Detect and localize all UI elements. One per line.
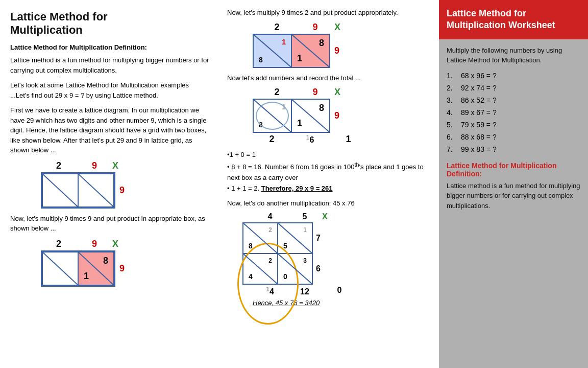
big-lattice: 4 5 X 2 8 1 (242, 212, 431, 306)
problem-list: 1. 68 x 96 = ? 2. 92 x 74 = ? 3. 86 x 52… (447, 72, 580, 153)
mid-lattice1: 2 9 X 1 8 8 1 9 (253, 22, 431, 68)
mid2-cell2-bot: 1 (297, 118, 302, 129)
bullet2: • 8 + 8 = 16. Number 6 from 16 goes in 1… (227, 160, 431, 183)
mid1-cell2-top: 8 (319, 38, 324, 49)
hence-text: Hence, 45 x 76 = 3420 (253, 299, 320, 307)
big-bot-row: 14 12 0 (253, 286, 431, 296)
grid1-right-label: 9 (119, 185, 125, 196)
bullet-list: •1 + 0 = 1 • 8 + 8 = 16. Number 6 from 1… (227, 150, 431, 194)
para2: Let's look at some Lattice Method for Mu… (10, 80, 209, 100)
mid2-cell1-bot: 8 (259, 121, 263, 129)
bg-r1c2-top: 1 (303, 226, 307, 234)
right-panel: Lattice Method for Multiplication Worksh… (439, 0, 588, 368)
problem-3: 3. 86 x 52 = ? (447, 96, 580, 104)
mid1-right: 9 (334, 45, 339, 56)
big-n1: 4 (253, 212, 287, 221)
mid-caption3: Now, let's do another multiplication: 45… (227, 198, 431, 209)
big-x: X (322, 212, 328, 221)
big-rl2: 6 (316, 254, 321, 284)
problem-4: 4. 89 x 67 = ? (447, 108, 580, 117)
right-def-header: Lattice Method for Multiplication Defini… (447, 162, 580, 178)
cell-1-bot: 1 (84, 271, 89, 282)
mid1-n1: 2 (258, 22, 296, 33)
bg-r2c1-top: 2 (268, 257, 272, 264)
big-bot1: 14 (253, 286, 287, 296)
mid-lattice2: 2 9 X 1 8 8 1 (253, 87, 431, 145)
svg-line-1 (79, 174, 113, 206)
mid2-cell1-top: 1 (282, 103, 286, 111)
big-n2: 5 (287, 212, 322, 221)
prob6-text: 88 x 68 = ? (461, 133, 497, 141)
mid-caption2: Now let's add numbers and record the tot… (227, 73, 431, 83)
bg-r1c1-top: 2 (268, 226, 272, 234)
problem-6: 6. 88 x 68 = ? (447, 133, 580, 141)
bg-r2c2-bot: 0 (283, 272, 287, 281)
mid2-n2: 9 (296, 87, 334, 98)
prob4-text: 89 x 67 = ? (461, 108, 497, 117)
big-bot3: 0 (322, 286, 357, 296)
bg-r2c2-top: 3 (303, 257, 307, 264)
prob4-num: 4. (447, 108, 457, 117)
grid2-num1: 2 (41, 239, 77, 249)
multiply-desc: Multiply the following numbers by using … (447, 45, 580, 65)
right-def-body: Lattice method is a fun method for multi… (447, 181, 580, 211)
bullet1: •1 + 0 = 1 (227, 150, 431, 160)
para3: First we have to create a lattice diagra… (10, 105, 209, 155)
prob3-num: 3. (447, 96, 457, 104)
para1: Lattice method is a fun method for multi… (10, 55, 209, 75)
prob2-text: 92 x 74 = ? (461, 84, 497, 92)
prob5-text: 79 x 59 = ? (461, 121, 497, 129)
bg-r1c1-bot: 8 (249, 242, 253, 250)
big-right-labels: 7 6 (313, 223, 321, 284)
prob5-num: 5. (447, 121, 457, 129)
big-grid: 2 8 1 5 2 4 (242, 222, 313, 285)
mid1-n2: 9 (296, 22, 334, 33)
lattice-grid-81: 8 1 (41, 250, 115, 287)
grid2-num2: 9 (77, 239, 112, 249)
right-body: Multiply the following numbers by using … (439, 39, 588, 217)
prob7-text: 99 x 83 = ? (461, 145, 497, 153)
mid2-cell2-top: 8 (319, 103, 324, 113)
caption1: Now, let's multiply 9 times 9 and put pr… (10, 214, 209, 234)
mid1-cell2-bot: 1 (297, 53, 302, 64)
mid2-x: X (334, 87, 340, 98)
big-rl1: 7 (316, 223, 321, 254)
lattice-grid-empty (41, 172, 115, 209)
mid1-cell1-bot: 8 (259, 56, 263, 64)
bg-r1c2-bot: 5 (283, 242, 287, 250)
definition-header: Lattice Method for Multiplication Defini… (10, 42, 209, 53)
mid-caption1: Now, let's multiply 9 times 2 and put pr… (227, 8, 431, 18)
mid2-bot1: 2 (253, 134, 291, 145)
problem-1: 1. 68 x 96 = ? (447, 72, 580, 80)
svg-line-0 (43, 174, 78, 206)
bullet3: • 1 + 1 = 2. Therefore, 29 x 9 = 261 (227, 183, 431, 194)
grid1-num1: 2 (41, 160, 77, 171)
mid2-bot2: 16 (291, 134, 329, 145)
mid1-x: X (334, 22, 340, 33)
lattice-empty: 2 9 X 9 (10, 160, 209, 209)
right-header: Lattice Method for Multiplication Worksh… (439, 0, 588, 39)
grid1-num2: 9 (77, 160, 112, 171)
problem-2: 2. 92 x 74 = ? (447, 84, 580, 92)
mid1-cell1-top: 1 (282, 38, 286, 46)
bg-r2c1-bot: 4 (249, 272, 253, 281)
middle-panel: Now, let's multiply 9 times 2 and put pr… (219, 0, 439, 368)
cell-8-top: 8 (103, 256, 108, 266)
mid2-right: 9 (334, 110, 339, 121)
prob1-text: 68 x 96 = ? (461, 72, 497, 80)
grid2-right-label: 9 (119, 263, 125, 274)
lattice-81: 2 9 X 8 1 (10, 239, 209, 287)
prob6-num: 6. (447, 133, 457, 141)
prob1-num: 1. (447, 72, 457, 80)
problem-7: 7. 99 x 83 = ? (447, 145, 580, 153)
mid2-bot3: 1 (329, 134, 368, 145)
left-panel: Lattice Method for Multiplication Lattic… (0, 0, 219, 368)
prob2-num: 2. (447, 84, 457, 92)
prob7-num: 7. (447, 145, 457, 153)
grid2-x: X (112, 239, 118, 249)
therefore-text: Therefore, 29 x 9 = 261 (261, 185, 333, 192)
main-title: Lattice Method for Multiplication (10, 10, 209, 37)
prob3-text: 86 x 52 = ? (461, 96, 497, 104)
big-bot2: 12 (287, 286, 322, 296)
grid1-x: X (112, 160, 118, 171)
